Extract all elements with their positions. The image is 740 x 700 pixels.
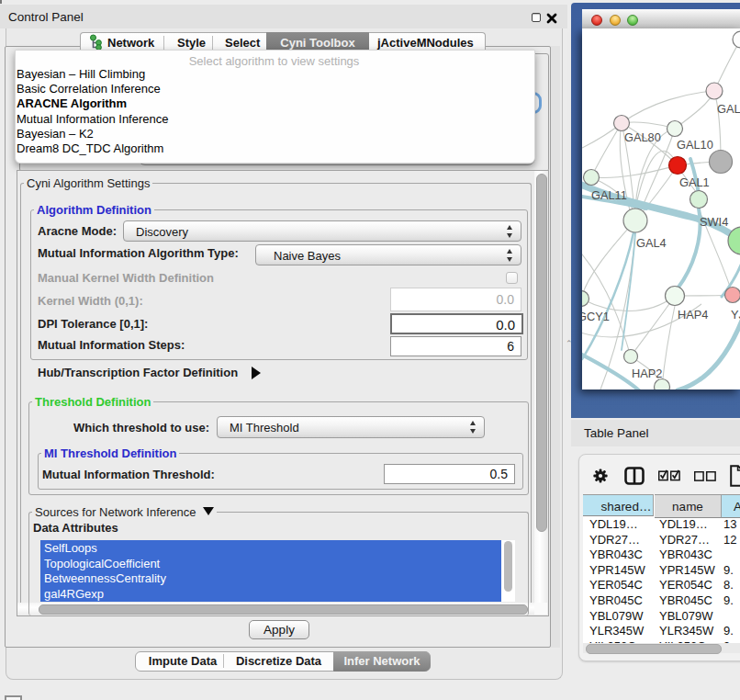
svg-text:HAP2: HAP2 [632, 367, 662, 380]
svg-text:GAL7: GAL7 [717, 102, 740, 116]
svg-text:GAL80: GAL80 [624, 130, 661, 144]
svg-text:YJ: YJ [731, 308, 740, 322]
svg-text:GAL10: GAL10 [677, 138, 713, 152]
svg-text:GCY1: GCY1 [582, 310, 610, 323]
svg-text:GAL4: GAL4 [636, 236, 667, 250]
svg-text:GAL11: GAL11 [591, 188, 627, 202]
svg-text:HAP4: HAP4 [678, 308, 708, 322]
svg-text:SWI4: SWI4 [700, 215, 728, 229]
svg-text:GAL1: GAL1 [679, 175, 710, 189]
